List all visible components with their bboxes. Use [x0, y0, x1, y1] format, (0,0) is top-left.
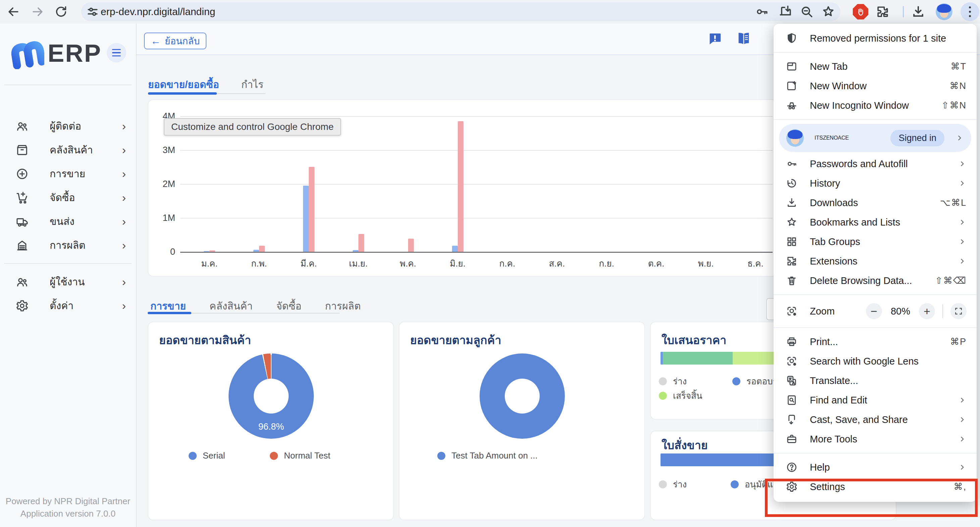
menu-item-tab-groups[interactable]: Tab Groups: [773, 232, 977, 252]
menu-item-downloads[interactable]: Downloads⌥⌘L: [773, 193, 977, 212]
chevron-right-icon: ›: [122, 119, 126, 132]
menu-item-search-with-google-lens[interactable]: Search with Google Lens: [773, 352, 977, 371]
sidebar-footer: Powered by NPR Digital Partner Applicati…: [0, 495, 136, 520]
sidebar-item-cart-plus[interactable]: จัดซื้อ›: [0, 186, 136, 209]
back-icon[interactable]: [6, 4, 21, 19]
profile-name: ITSZENOACE: [815, 135, 890, 141]
profile-menu-item[interactable]: ITSZENOACESigned in: [779, 124, 971, 152]
month-label: มิ.ย.: [450, 256, 466, 270]
chrome-menu: Removed permissions for 1 siteNew Tab⌘TN…: [773, 24, 977, 502]
translate-icon: [786, 374, 798, 387]
module-tab-3[interactable]: การผลิต: [325, 298, 361, 318]
menu-item-label: History: [810, 178, 953, 189]
chev-icon: [958, 415, 967, 424]
sidebar-item-factory[interactable]: การผลิต›: [0, 233, 136, 257]
card-title: ยอดขายตามลูกค้า: [410, 331, 501, 349]
chev-icon: [958, 463, 967, 471]
sidebar-item-contacts[interactable]: ผู้ติดต่อ›: [0, 114, 136, 138]
summary-tab-1[interactable]: กำไร: [241, 76, 264, 97]
menu-item-bookmarks-and-lists[interactable]: Bookmarks and Lists: [773, 212, 977, 232]
url-text[interactable]: erp-dev.npr.digital/landing: [101, 6, 215, 18]
chevron-right-icon: ›: [122, 215, 126, 228]
chev-icon: [955, 134, 964, 142]
chevron-right-icon: ›: [122, 275, 126, 288]
profile-avatar[interactable]: [936, 3, 953, 20]
gridline: [180, 252, 773, 253]
feedback-alert-icon[interactable]: [707, 31, 722, 46]
cart-plus-icon: [16, 191, 29, 204]
site-settings-icon[interactable]: [85, 4, 100, 19]
sidebar-item-truck[interactable]: ขนส่ง›: [0, 209, 136, 233]
bar-blue-มิ.ย.: [452, 246, 458, 252]
menu-item-new-incognito-window[interactable]: New Incognito Window⇧⌘N: [773, 96, 977, 115]
chevron-right-icon: ›: [122, 299, 126, 312]
powered-by-text: Powered by NPR Digital Partner: [0, 495, 136, 508]
bar-pink-พ.ค.: [408, 239, 414, 252]
sidebar-menu: ผู้ติดต่อ›คลังสินค้า›การขาย›จัดซื้อ›ขนส่…: [0, 114, 136, 318]
menu-item-label: Extensions: [810, 256, 953, 267]
zoom-in-button[interactable]: +: [919, 303, 935, 319]
menu-shortcut: ⌘T: [951, 61, 967, 72]
bar-pink-ม.ค.: [209, 250, 215, 252]
month-label: ก.ค.: [500, 256, 515, 270]
menu-item-label: Passwords and Autofill: [810, 158, 953, 169]
module-tab-2[interactable]: จัดซื้อ: [276, 298, 301, 318]
menu-item-cast-save-and-share[interactable]: Cast, Save, and Share: [773, 410, 977, 429]
menu-item-print[interactable]: Print...⌘P: [773, 332, 977, 352]
fullscreen-button[interactable]: [950, 303, 967, 319]
adblock-icon[interactable]: [853, 4, 868, 19]
forward-icon[interactable]: [30, 4, 45, 19]
month-label: ส.ค.: [549, 256, 565, 270]
back-button[interactable]: ← ย้อนกลับ: [144, 33, 207, 49]
reload-icon[interactable]: [54, 4, 68, 19]
menu-item-removed-permissions-for-1-site[interactable]: Removed permissions for 1 site: [773, 29, 977, 48]
sidebar-item-label: การผลิต: [50, 237, 122, 253]
progress-segment: [663, 352, 733, 365]
url-bar[interactable]: erp-dev.npr.digital/landing: [81, 2, 840, 21]
menu-item-new-window[interactable]: New Window⌘N: [773, 76, 977, 96]
sidebar-item-users[interactable]: ผู้ใช้งาน›: [0, 270, 136, 294]
manual-book-icon[interactable]: [736, 31, 751, 46]
menu-item-passwords-and-autofill[interactable]: Passwords and Autofill: [773, 154, 977, 174]
menu-shortcut: ⇧⌘⌫: [935, 275, 967, 286]
extensions-icon[interactable]: [875, 4, 890, 19]
month-label: พ.ย.: [698, 256, 714, 270]
sidebar-toggle-button[interactable]: [107, 43, 126, 62]
incognito-icon: [786, 99, 798, 111]
module-tab-0[interactable]: การขาย: [150, 298, 186, 318]
donut-percent-label: 96.8%: [258, 422, 284, 432]
install-icon[interactable]: [778, 4, 793, 19]
progress-segment: [660, 352, 663, 365]
bookmark-star-icon[interactable]: [821, 4, 836, 19]
menu-item-extensions[interactable]: Extensions: [773, 252, 977, 271]
sidebar-item-warehouse[interactable]: คลังสินค้า›: [0, 138, 136, 162]
gridline: [180, 184, 773, 185]
menu-item-new-tab[interactable]: New Tab⌘T: [773, 57, 977, 76]
legend-dot: [731, 480, 739, 489]
zoom-out-button[interactable]: −: [866, 303, 882, 319]
sidebar-item-plus-circle[interactable]: การขาย›: [0, 162, 136, 186]
legend-dot: [270, 452, 278, 460]
module-tab-1[interactable]: คลังสินค้า: [209, 298, 253, 318]
menu-item-translate[interactable]: Translate...: [773, 371, 977, 390]
menu-item-more-tools[interactable]: More Tools: [773, 429, 977, 449]
passwords-key-icon[interactable]: [754, 4, 769, 19]
y-axis-label: 0: [152, 247, 175, 257]
chevron-right-icon: ›: [122, 167, 126, 180]
menu-item-history[interactable]: History: [773, 174, 977, 193]
menu-item-help[interactable]: Help: [773, 457, 977, 477]
menu-item-label: Tab Groups: [810, 236, 953, 247]
zoom-out-icon[interactable]: [799, 4, 814, 19]
zoom-value: 80%: [882, 306, 919, 317]
downloads-icon[interactable]: [911, 4, 926, 19]
chev-icon: [958, 179, 967, 188]
summary-tab-0[interactable]: ยอดขาย/ยอดซื้อ: [148, 76, 219, 97]
sidebar-item-gear[interactable]: ตั้งค่า›: [0, 294, 136, 318]
puzzle-icon: [786, 255, 798, 267]
y-axis-label: 3M: [152, 145, 175, 155]
chevron-right-icon: ›: [122, 143, 126, 156]
chrome-menu-button[interactable]: [961, 2, 979, 21]
sales-by-customer-card: ยอดขายตามลูกค้า Test Tab Amount on ...: [399, 322, 645, 520]
menu-item-delete-browsing-data[interactable]: Delete Browsing Data...⇧⌘⌫: [773, 271, 977, 290]
menu-item-find-and-edit[interactable]: Find and Edit: [773, 390, 977, 410]
